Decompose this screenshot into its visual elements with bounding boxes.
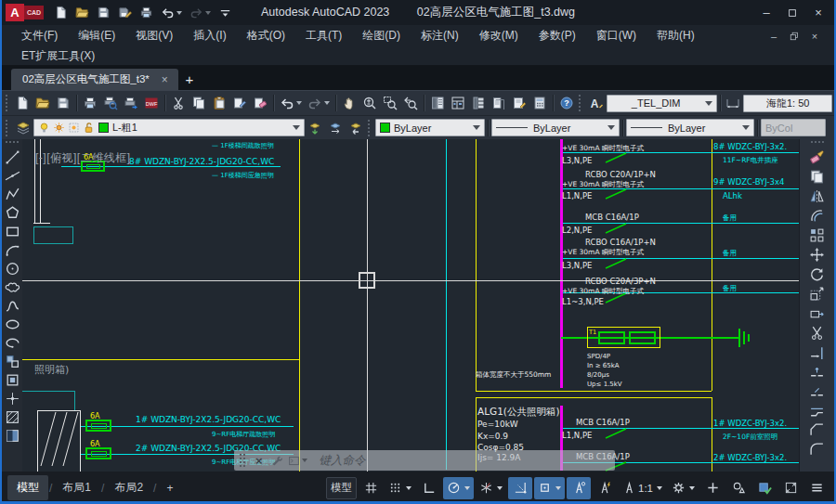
save-button[interactable] xyxy=(53,94,73,112)
layer-properties-button[interactable] xyxy=(13,119,33,137)
publish-button[interactable] xyxy=(121,94,141,112)
redo-button[interactable] xyxy=(305,94,333,112)
match-layer-button[interactable] xyxy=(325,119,346,137)
layer-previous-button[interactable] xyxy=(346,119,366,137)
qat-redo-button[interactable] xyxy=(187,4,214,21)
status-model-space-button[interactable]: 模型 xyxy=(326,477,357,499)
status-customization-button[interactable] xyxy=(804,477,829,499)
status-graphics-performance-button[interactable] xyxy=(752,477,777,499)
dwf-export-button[interactable]: DWF xyxy=(141,94,162,112)
properties-grip[interactable] xyxy=(368,120,372,136)
doc-minimize-button[interactable]: – xyxy=(764,28,784,45)
quick-calc-button[interactable] xyxy=(529,94,550,112)
layer-unlock-icon[interactable] xyxy=(83,122,95,134)
dim-scale-combo[interactable]: 海龍1: 50 xyxy=(743,95,832,112)
qat-save-as-button[interactable] xyxy=(115,4,135,21)
status-snap-mode-button[interactable] xyxy=(385,477,415,499)
layout-tab-layout2[interactable]: 布局2 xyxy=(105,475,152,500)
zoom-previous-button[interactable] xyxy=(400,94,421,112)
erase-markup-button[interactable] xyxy=(250,94,270,112)
linetype-combo[interactable]: ByLayer xyxy=(491,119,620,136)
menu-edit[interactable]: 编辑(E) xyxy=(68,26,125,45)
draw-ellipse-tool[interactable] xyxy=(3,315,21,333)
undo-button[interactable] xyxy=(277,94,305,112)
lineweight-combo[interactable]: ByLayer xyxy=(626,119,754,136)
draw-polygon-tool[interactable] xyxy=(3,203,21,222)
maximize-button[interactable] xyxy=(780,4,804,22)
command-line-grip[interactable] xyxy=(240,454,245,467)
menu-insert[interactable]: 插入(I) xyxy=(183,26,236,45)
modify-stretch-tool[interactable] xyxy=(806,304,829,323)
plot-button[interactable] xyxy=(80,94,100,112)
draw-ellipse-arc-tool[interactable] xyxy=(3,333,21,352)
draw-gradient-tool[interactable] xyxy=(3,426,21,445)
menu-modify[interactable]: 修改(M) xyxy=(469,26,529,45)
draw-circle-tool[interactable] xyxy=(3,259,21,278)
match-properties-button[interactable] xyxy=(229,94,250,112)
tool-palettes-button[interactable] xyxy=(468,94,489,112)
draw-construction-line-tool[interactable] xyxy=(3,166,21,185)
modify-break-tool[interactable] xyxy=(806,381,829,401)
draw-hatch-tool[interactable] xyxy=(3,407,21,426)
command-customize-button[interactable] xyxy=(268,455,285,467)
tab-close-icon[interactable]: × xyxy=(159,73,171,86)
viewport-controls[interactable]: [-][俯视][二维线框] xyxy=(35,150,131,166)
status-customize-plus-button[interactable] xyxy=(700,477,725,499)
zoom-realtime-button[interactable] xyxy=(359,94,380,112)
new-file-button[interactable] xyxy=(12,94,33,112)
qat-undo-button[interactable] xyxy=(158,4,185,21)
qat-open-folder-button[interactable] xyxy=(72,4,92,21)
qat-qat-menu-button[interactable] xyxy=(216,4,235,21)
status-ortho-mode-button[interactable] xyxy=(417,477,441,499)
status-polar-tracking-button[interactable] xyxy=(443,477,474,499)
status-grid-display-button[interactable] xyxy=(359,477,383,499)
file-tab-active[interactable]: 02高层公区电气施工图_t3* × xyxy=(11,69,178,90)
command-line[interactable]: × 键入命令 xyxy=(234,450,615,471)
draw-line-tool[interactable] xyxy=(3,148,21,166)
drawing-canvas[interactable]: — 1F楼梯间疏散照明8# WDZN-BYJ-2X2.5-JDG20-CC,WC… xyxy=(22,139,799,472)
command-close-icon[interactable]: × xyxy=(251,454,268,468)
layer-on-icon[interactable] xyxy=(38,122,50,134)
paste-button[interactable] xyxy=(209,94,229,112)
draw-rectangle-tool[interactable] xyxy=(3,222,21,240)
modify-chamfer-tool[interactable] xyxy=(806,420,829,440)
draw-create-block-tool[interactable] xyxy=(3,370,21,389)
layers-grip[interactable] xyxy=(6,120,10,136)
modify-scale-tool[interactable] xyxy=(806,284,829,304)
modify-toolbar-grip[interactable] xyxy=(811,141,824,145)
color-combo[interactable]: ByLayer xyxy=(375,119,485,136)
app-logo[interactable]: A CAD xyxy=(6,4,44,21)
zoom-window-button[interactable] xyxy=(380,94,400,112)
modify-offset-tool[interactable] xyxy=(806,206,829,226)
toolbar-grip[interactable] xyxy=(6,95,9,111)
modify-fillet-tool[interactable] xyxy=(806,440,829,459)
menu-parametric[interactable]: 参数(P) xyxy=(529,26,586,45)
draw-polyline-tool[interactable] xyxy=(3,185,21,203)
recent-commands-button[interactable] xyxy=(285,455,310,467)
menu-et-extended-tools[interactable]: ET扩展工具(X) xyxy=(11,46,105,66)
modify-erase-tool[interactable] xyxy=(806,148,829,167)
status-annotation-autoscale-button[interactable] xyxy=(593,477,617,499)
status-isolate-objects-button[interactable] xyxy=(726,477,751,499)
layout-tab-new-layout[interactable]: + xyxy=(157,477,182,499)
qat-save-button[interactable] xyxy=(94,4,113,21)
layer-combo[interactable]: L-粗1 xyxy=(33,119,305,136)
layout-tab-layout1[interactable]: 布局1 xyxy=(53,475,100,500)
status-annotation-visibility-button[interactable] xyxy=(567,477,591,499)
draw-toolbar-grip[interactable] xyxy=(6,141,19,145)
draw-point-tool[interactable] xyxy=(3,389,21,407)
command-input[interactable]: 键入命令 xyxy=(320,453,366,469)
copy-button[interactable] xyxy=(189,94,209,112)
menu-dimension[interactable]: 标注(N) xyxy=(411,26,469,45)
open-folder-button[interactable] xyxy=(33,94,53,112)
styles-toolbar-grip[interactable] xyxy=(579,95,582,111)
draw-insert-block-tool[interactable] xyxy=(3,352,21,370)
text-style-combo[interactable]: _TEL_DIM xyxy=(607,95,717,112)
plot-preview-button[interactable] xyxy=(100,94,121,112)
modify-join-tool[interactable] xyxy=(806,401,829,420)
menu-window[interactable]: 窗口(W) xyxy=(586,26,647,45)
doc-restore-button[interactable] xyxy=(784,28,804,45)
menu-format[interactable]: 格式(O) xyxy=(237,26,295,45)
new-tab-button[interactable]: + xyxy=(178,69,201,90)
modify-array-tool[interactable] xyxy=(806,226,829,245)
